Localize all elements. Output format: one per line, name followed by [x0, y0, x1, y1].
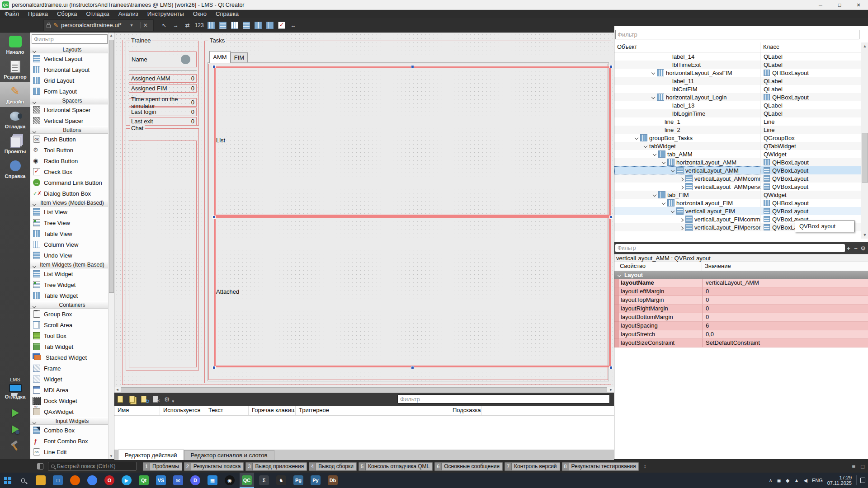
object-tree-row[interactable]: verticalLayout_AMMpersonal QVBoxLayout — [614, 183, 861, 191]
widget-box-row[interactable]: Font Combo Box — [30, 436, 114, 446]
qt-creator-icon[interactable]: Qt — [137, 473, 151, 488]
selection-handle[interactable] — [212, 216, 216, 219]
canvas-horizontal-scrollbar[interactable]: ◂ ▸ — [114, 387, 614, 393]
toggle-sidebar-icon[interactable] — [37, 463, 43, 469]
locator-search-input[interactable]: Быстрый поиск (Ctrl+K) — [48, 462, 137, 471]
selection-handle[interactable] — [212, 65, 216, 68]
widget-box-row[interactable]: Scroll Area — [30, 319, 114, 330]
property-column-header[interactable]: Свойство — [614, 262, 702, 271]
property-value[interactable]: SetDefaultConstraint — [702, 339, 868, 347]
language-indicator[interactable]: ENG — [812, 478, 823, 483]
mode-button[interactable]: Начало — [0, 33, 30, 57]
property-value[interactable]: 0 — [702, 305, 868, 313]
selection-handle[interactable] — [609, 65, 613, 68]
time-field-row[interactable]: Time spent on the simulator0 — [129, 98, 197, 107]
selected-layout-bottom-region[interactable] — [214, 216, 611, 367]
chat-list-box[interactable] — [129, 141, 197, 367]
layout-form-icon[interactable] — [254, 21, 262, 29]
new-action-button[interactable] — [117, 395, 124, 404]
menu-item[interactable]: Анализ — [114, 10, 143, 18]
widget-box-row[interactable]: Horizontal Layout — [30, 64, 114, 75]
output-pane-button[interactable]: 6 Основные сообщения — [434, 462, 503, 471]
edit-widgets-icon[interactable]: ↖ — [160, 21, 168, 29]
scroll-up-icon[interactable]: ▲ — [108, 33, 114, 38]
widget-box-row[interactable]: QAxWidget — [30, 406, 114, 417]
output-pane-button[interactable]: 8 Результаты тестирования — [562, 462, 639, 471]
selection-handle[interactable] — [411, 65, 414, 68]
object-tree-row[interactable]: horizontalLayout_AMM QHBoxLayout — [614, 158, 861, 166]
object-tree-row[interactable]: verticalLayout_FIM QVBoxLayout — [614, 207, 861, 215]
firefox-icon[interactable] — [68, 473, 82, 488]
object-tree-row[interactable]: horizontalLayout_FIM QHBoxLayout — [614, 199, 861, 207]
right-sidebar-toggle-icon[interactable]: □ — [861, 463, 864, 470]
widget-box-row[interactable]: Spacers — [30, 97, 114, 104]
chat-group-box[interactable]: Chat — [126, 128, 199, 371]
taskbar-search-button[interactable] — [15, 473, 31, 488]
adjust-size-icon[interactable]: ↔ — [289, 21, 297, 29]
widget-box-row[interactable]: Buttons — [30, 126, 114, 134]
menu-item[interactable]: Отладка — [81, 10, 113, 18]
scrollbar-thumb[interactable] — [862, 133, 868, 183]
maximize-button[interactable]: □ — [830, 0, 849, 10]
action-column-header[interactable]: Имя — [114, 406, 160, 415]
object-tree-row[interactable]: horizontalLayout_AssFIM QHBoxLayout — [614, 69, 861, 77]
opera-icon[interactable]: O — [102, 473, 117, 488]
layout-grid-icon[interactable] — [266, 21, 274, 29]
layout-horizontal-splitter-icon[interactable] — [231, 21, 239, 29]
object-tree-row[interactable]: lblLoginTime QLabel — [614, 109, 861, 117]
property-row[interactable]: layoutBottomMargin 0 — [614, 313, 868, 322]
clock[interactable]: 17:29 07.11.2025 — [827, 475, 852, 486]
telegram-icon[interactable]: ▶ — [119, 473, 134, 488]
mode-button[interactable]: Отладка — [0, 107, 30, 132]
tasks-tab[interactable]: AMM — [209, 51, 231, 63]
selected-layout-top-region[interactable] — [214, 66, 611, 216]
object-tree-row[interactable]: tabWidget QTabWidget — [614, 142, 861, 150]
widget-box-row[interactable]: Horizontal Spacer — [30, 104, 114, 115]
selection-handle[interactable] — [609, 366, 613, 369]
object-tree-row[interactable]: lblCntFIM QLabel — [614, 85, 861, 93]
property-row[interactable]: layoutTopMargin 0 — [614, 296, 868, 305]
layout-vertical-splitter-icon[interactable] — [242, 21, 250, 29]
property-row[interactable]: layoutRightMargin 0 — [614, 305, 868, 313]
vscode-icon[interactable]: VS — [154, 473, 168, 488]
object-tree-row[interactable]: line_2 Line — [614, 126, 861, 134]
hidden-icons-chevron[interactable]: ∧ — [769, 478, 772, 483]
expander-icon[interactable] — [660, 159, 667, 166]
widget-box-row[interactable]: MDI Area — [30, 385, 114, 395]
menu-item[interactable]: Справка — [211, 10, 243, 18]
widget-box-row[interactable]: Item Views (Model-Based) — [30, 199, 114, 206]
menu-item[interactable]: Инструменты — [143, 10, 189, 18]
expander-icon[interactable] — [669, 167, 676, 174]
obs-icon[interactable]: ◉ — [222, 473, 237, 488]
this-pc-icon[interactable]: □ — [51, 473, 65, 488]
discord-icon[interactable]: D — [188, 473, 203, 488]
property-row[interactable]: layoutName verticalLayout_AMM — [614, 279, 868, 287]
widget-box-row[interactable]: Check Box — [30, 166, 114, 177]
form-editor-canvas[interactable]: Trainee Name Assigned AMM0 Assigned FIM0 — [114, 33, 614, 387]
widget-box-row[interactable]: Layouts — [30, 46, 114, 53]
property-value[interactable]: verticalLayout_AMM — [702, 279, 868, 287]
output-pane-button[interactable]: 1 Проблемы — [143, 462, 182, 471]
chess-app-icon[interactable]: ♞ — [274, 473, 288, 488]
widget-box-row[interactable]: Tool Box — [30, 330, 114, 341]
property-value[interactable]: 0,0 — [702, 330, 868, 338]
widget-box-row[interactable]: Undo View — [30, 250, 114, 261]
property-value[interactable]: 0 — [702, 313, 868, 321]
expander-icon[interactable] — [678, 224, 685, 231]
expander-icon[interactable] — [651, 192, 658, 198]
chevron-down-icon[interactable]: ▾ — [124, 23, 133, 28]
edit-tab-order-icon[interactable]: 123 — [195, 21, 203, 29]
property-row[interactable]: layoutSizeConstraint SetDefaultConstrain… — [614, 339, 868, 347]
expander-icon[interactable] — [650, 70, 657, 76]
mode-button[interactable]: Редактор — [0, 57, 30, 82]
widget-box-row[interactable]: Command Link Button — [30, 177, 114, 188]
paste-action-button[interactable] — [141, 395, 148, 404]
widget-box-row[interactable]: Item Widgets (Item-Based) — [30, 261, 114, 268]
widget-box-row[interactable]: Containers — [30, 301, 114, 309]
network-icon[interactable]: ▲ — [794, 478, 799, 483]
expander-icon[interactable] — [660, 200, 667, 206]
edit-buddies-icon[interactable]: ⇄ — [184, 21, 192, 29]
open-document-selector[interactable]: ✎ personalcardtrainee.ui* ▾ ✕ — [43, 19, 154, 31]
object-tree-row[interactable]: tab_AMM QWidget — [614, 150, 861, 158]
menu-item[interactable]: Правка — [24, 10, 52, 18]
